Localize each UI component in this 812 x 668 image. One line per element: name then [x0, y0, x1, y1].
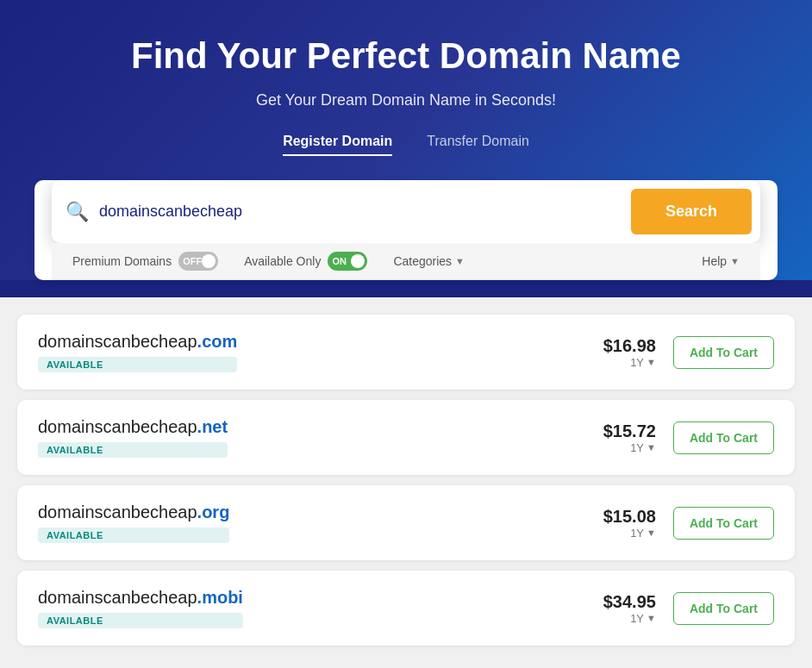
tab-transfer-domain[interactable]: Transfer Domain — [427, 134, 529, 156]
domain-extension: .net — [197, 417, 228, 436]
page-title: Find Your Perfect Domain Name — [17, 34, 795, 78]
period-chevron-icon[interactable]: ▼ — [646, 528, 656, 538]
add-to-cart-button[interactable]: Add To Cart — [673, 592, 774, 625]
add-to-cart-button[interactable]: Add To Cart — [673, 507, 774, 540]
price-period: 1Y ▼ — [603, 356, 656, 369]
price-block: $15.08 1Y ▼ — [603, 507, 656, 540]
domain-price: $16.98 — [603, 336, 656, 356]
domain-extension: .org — [197, 503, 230, 521]
results-section: domainscanbecheap.com AVAILABLE $16.98 1… — [0, 297, 812, 668]
domain-actions: $15.08 1Y ▼ Add To Cart — [603, 507, 774, 540]
tab-group: Register Domain Transfer Domain — [17, 134, 795, 156]
add-to-cart-button[interactable]: Add To Cart — [673, 421, 774, 454]
domain-result-row: domainscanbecheap.net AVAILABLE $15.72 1… — [17, 400, 795, 475]
domain-price: $15.72 — [603, 421, 656, 441]
chevron-down-icon: ▼ — [455, 256, 465, 266]
search-card: 🔍 Search Premium Domains OFF Available O… — [34, 180, 778, 280]
domain-info: domainscanbecheap.com AVAILABLE — [38, 332, 237, 372]
period-chevron-icon[interactable]: ▼ — [646, 442, 656, 453]
premium-toggle-label: OFF — [183, 256, 202, 266]
search-icon: 🔍 — [66, 201, 89, 223]
hero-subtitle: Get Your Dream Domain Name in Seconds! — [17, 91, 795, 109]
price-period: 1Y ▼ — [603, 612, 656, 625]
domain-info: domainscanbecheap.net AVAILABLE — [38, 417, 228, 458]
available-only-filter: Available Only ON — [244, 252, 367, 271]
domain-name: domainscanbecheap.mobi — [38, 588, 243, 608]
available-toggle[interactable]: ON — [328, 252, 367, 271]
help-button[interactable]: Help ▼ — [702, 254, 740, 268]
hero-section: Find Your Perfect Domain Name Get Your D… — [0, 0, 812, 280]
domain-actions: $15.72 1Y ▼ Add To Cart — [603, 421, 774, 454]
domain-name: domainscanbecheap.net — [38, 417, 228, 437]
availability-badge: AVAILABLE — [38, 528, 229, 543]
help-chevron-icon: ▼ — [730, 256, 740, 266]
help-label: Help — [702, 254, 727, 268]
price-period: 1Y ▼ — [603, 527, 656, 540]
domain-info: domainscanbecheap.org AVAILABLE — [38, 503, 229, 543]
availability-badge: AVAILABLE — [38, 442, 228, 458]
domain-name: domainscanbecheap.com — [38, 332, 237, 352]
search-input[interactable] — [99, 203, 631, 221]
premium-domains-filter: Premium Domains OFF — [72, 252, 218, 271]
domain-extension: .mobi — [197, 588, 243, 607]
tab-register-domain[interactable]: Register Domain — [283, 134, 392, 156]
filter-bar: Premium Domains OFF Available Only ON Ca… — [52, 243, 760, 280]
available-only-label: Available Only — [244, 254, 321, 268]
domain-name: domainscanbecheap.org — [38, 503, 229, 522]
domain-price: $34.95 — [603, 592, 656, 612]
availability-badge: AVAILABLE — [38, 357, 237, 372]
add-to-cart-button[interactable]: Add To Cart — [673, 336, 774, 369]
available-toggle-label: ON — [332, 256, 347, 266]
price-period: 1Y ▼ — [603, 441, 656, 454]
categories-dropdown[interactable]: Categories ▼ — [393, 254, 465, 268]
search-bar: 🔍 Search — [52, 180, 760, 243]
price-block: $16.98 1Y ▼ — [603, 336, 656, 369]
domain-result-row: domainscanbecheap.com AVAILABLE $16.98 1… — [17, 315, 795, 390]
categories-label: Categories — [393, 254, 452, 268]
period-chevron-icon[interactable]: ▼ — [646, 613, 656, 623]
domain-price: $15.08 — [603, 507, 656, 527]
premium-domains-label: Premium Domains — [72, 254, 172, 268]
domain-actions: $34.95 1Y ▼ Add To Cart — [603, 592, 774, 625]
search-button[interactable]: Search — [631, 189, 752, 234]
premium-toggle[interactable]: OFF — [178, 252, 218, 271]
price-block: $34.95 1Y ▼ — [603, 592, 656, 625]
price-block: $15.72 1Y ▼ — [603, 421, 656, 454]
period-chevron-icon[interactable]: ▼ — [646, 357, 656, 367]
domain-result-row: domainscanbecheap.org AVAILABLE $15.08 1… — [17, 485, 795, 560]
availability-badge: AVAILABLE — [38, 613, 243, 628]
domain-actions: $16.98 1Y ▼ Add To Cart — [603, 336, 774, 369]
domain-result-row: domainscanbecheap.mobi AVAILABLE $34.95 … — [17, 571, 795, 646]
domain-extension: .com — [197, 332, 238, 351]
domain-info: domainscanbecheap.mobi AVAILABLE — [38, 588, 243, 628]
